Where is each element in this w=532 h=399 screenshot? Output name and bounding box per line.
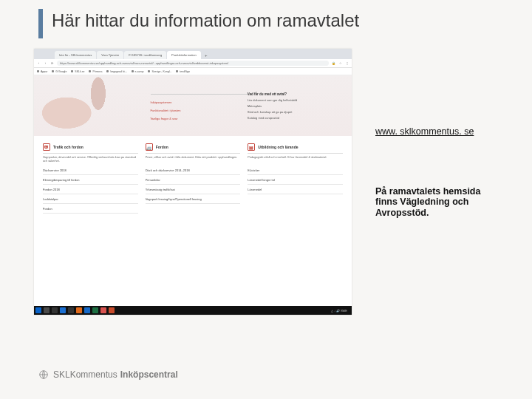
hero-headline: Vad får du med ett avtal? (248, 92, 344, 96)
browser-screenshot: Inte för - SKLkommentus Våra Tjänster FI… (34, 49, 352, 315)
browser-tab-active[interactable]: Produktinformation (167, 51, 201, 59)
list-item[interactable]: Däck och däckservice 2014–2018 (146, 168, 241, 175)
footer-brand-a: SKLKommentus (53, 369, 117, 380)
category-column: ⛨ Trafik och fordon Vagnparker, drivmede… (43, 143, 138, 214)
hero-line: Katalog med avropsstöd (248, 116, 344, 120)
new-tab-button[interactable]: + (203, 52, 209, 58)
hero-right-text: Vad får du med ett avtal? Läs dokument s… (248, 75, 352, 136)
category-column: ▤ Utbildning och lärande Pedagogiskt utf… (248, 143, 343, 214)
bookmark-item[interactable]: begagnad bi... (106, 70, 126, 73)
bookmark-item[interactable]: Appar (37, 70, 47, 73)
footer-brand: SKLKommentus Inköpscentral (38, 369, 178, 380)
bookmarks-bar: Appar G Google SKLk.se Primona begagnad … (34, 68, 352, 75)
explorer-icon[interactable] (68, 307, 74, 313)
column-header[interactable]: ⛨ Trafik och fordon (43, 143, 138, 154)
page-columns: ⛨ Trafik och fordon Vagnparker, drivmede… (34, 136, 352, 214)
firefox-icon[interactable] (76, 307, 82, 313)
bookmark-item[interactable]: G Google (52, 70, 66, 73)
hero-line: Stöd och kunskap att gå på djupet (248, 110, 344, 114)
column-header[interactable]: ▤ Utbildning och lärande (248, 143, 343, 154)
hero-line: Mötesplats (248, 104, 344, 108)
outlook-icon[interactable] (84, 307, 90, 313)
bookmark-item[interactable]: Primona (89, 70, 102, 73)
list-item[interactable]: Fordon (43, 207, 138, 214)
list-item[interactable]: Fordon 2018 (43, 188, 138, 194)
hand-photo (34, 75, 151, 136)
star-icon[interactable]: ☆ (338, 61, 342, 65)
column-subtitle: Pedagogiskt utfall och innehåll. Vi har … (248, 156, 343, 165)
address-bar[interactable]: https://www.sklkommentus.se/upphandling-… (57, 61, 329, 66)
column-header[interactable]: 🚐 Fordon (146, 143, 241, 154)
hero-link[interactable]: Vanliga frågor & svar (151, 117, 248, 120)
list-item[interactable]: Laddstolpar (43, 197, 138, 204)
list-item[interactable]: Elenergibesparing till fordon (43, 178, 138, 185)
browser-tab[interactable]: Våra Tjänster (97, 51, 123, 59)
taskview-icon[interactable] (52, 307, 58, 313)
back-icon[interactable]: ‹ (37, 61, 41, 65)
bookmark-item[interactable]: e-avrop (132, 70, 144, 73)
bookmark-item[interactable]: SKLk.se (71, 70, 84, 73)
menu-icon[interactable]: ⋮ (345, 61, 349, 65)
hero-mid-links: Inköpssystemen Funktionalitet i tjänsten… (151, 75, 248, 136)
list-item[interactable]: Personbilar (146, 178, 241, 185)
excel-icon[interactable] (92, 307, 98, 313)
cortana-icon[interactable] (44, 307, 50, 313)
list-item[interactable]: Läromedel längre tid (248, 178, 343, 185)
list-item[interactable]: E-böcker (248, 168, 343, 175)
bookmark-item[interactable]: Sverige - Kungl... (148, 70, 171, 73)
list-item[interactable]: Läromedel (248, 188, 343, 194)
bookmark-item[interactable]: tendSign (176, 70, 190, 73)
slide-title: Här hittar du information om ramavtalet (0, 0, 532, 38)
side-url: www. sklkommentus. se (375, 124, 501, 137)
hero-line: Läs dokument som ger dig helhetsbild (248, 98, 344, 102)
browser-tabstrip: Inte för - SKLkommentus Våra Tjänster FI… (34, 49, 352, 59)
shield-icon: ⛨ (43, 143, 50, 151)
system-tray[interactable]: △ ⏚ 🔊 SWE (331, 309, 350, 313)
hero-link[interactable]: Inköpssystemen (151, 100, 248, 104)
side-description: På ramavtalets hemsida finns Vägledning … (375, 186, 501, 218)
browser-toolbar: ‹ › ⟳ https://www.sklkommentus.se/upphan… (34, 59, 352, 68)
category-column: 🚐 Fordon Priser, villkor och avtal i ful… (146, 143, 241, 214)
browser-tab[interactable]: FI 109726 i vård&omsorg (124, 51, 166, 59)
book-icon: ▤ (248, 143, 255, 151)
globe-icon (38, 369, 49, 380)
start-button[interactable] (35, 307, 41, 313)
footer-brand-b: Inköpscentral (120, 369, 178, 380)
list-item[interactable]: Vagnpark leasing/hyra/Operationell leasi… (146, 197, 241, 204)
column-subtitle: Priser, villkor och avtal i fulla dokume… (146, 156, 241, 165)
chrome-icon[interactable] (100, 307, 106, 313)
powerpoint-icon[interactable] (109, 307, 115, 313)
website-link[interactable]: www. sklkommentus. se (375, 126, 474, 137)
forward-icon[interactable]: › (44, 61, 47, 65)
windows-taskbar: △ ⏚ 🔊 SWE (34, 306, 352, 315)
slide-title-text: Här hittar du information om ramavtalet (52, 9, 359, 38)
list-item[interactable]: Däckservice 2018 (43, 168, 138, 175)
reload-icon[interactable]: ⟳ (50, 61, 54, 65)
van-icon: 🚐 (146, 143, 153, 151)
page-hero: Inköpssystemen Funktionalitet i tjänsten… (34, 75, 352, 136)
lock-icon: 🔒 (332, 61, 335, 65)
hero-link[interactable]: Funktionalitet i tjänsten (151, 109, 248, 112)
edge-icon[interactable] (60, 307, 66, 313)
browser-tab[interactable]: Inte för - SKLkommentus (55, 51, 96, 59)
list-item[interactable]: Yrkesmässig trafik/taxi (146, 188, 241, 194)
column-subtitle: Vagnparker, drivmedel och service. Offen… (43, 156, 138, 165)
hero-image (34, 75, 151, 136)
title-accent-bar (38, 9, 43, 38)
